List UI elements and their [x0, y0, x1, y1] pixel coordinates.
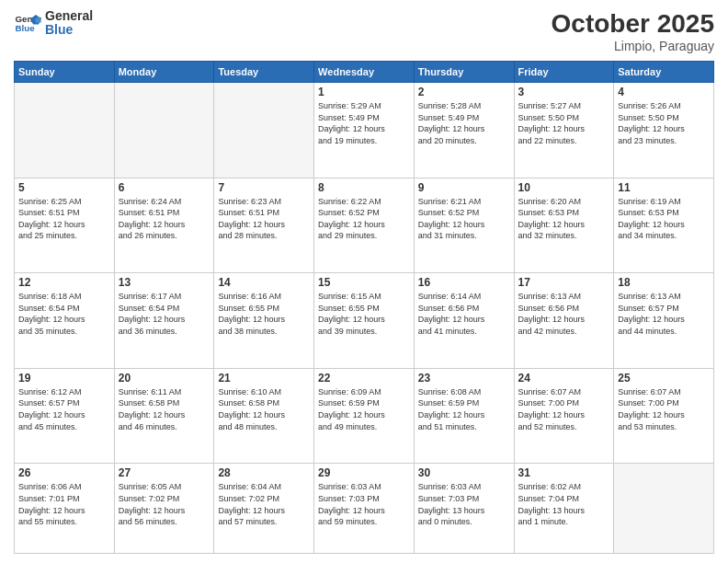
calendar-cell: 12Sunrise: 6:18 AM Sunset: 6:54 PM Dayli… — [15, 273, 115, 369]
calendar-cell: 29Sunrise: 6:03 AM Sunset: 7:03 PM Dayli… — [314, 464, 415, 554]
day-info: Sunrise: 6:20 AM Sunset: 6:53 PM Dayligh… — [518, 196, 610, 242]
calendar-cell: 7Sunrise: 6:23 AM Sunset: 6:51 PM Daylig… — [214, 178, 314, 273]
day-number: 10 — [518, 181, 610, 194]
calendar-cell: 6Sunrise: 6:24 AM Sunset: 6:51 PM Daylig… — [114, 178, 214, 273]
day-info: Sunrise: 6:05 AM Sunset: 7:02 PM Dayligh… — [119, 481, 210, 527]
day-number: 24 — [518, 372, 610, 385]
logo: General Blue General Blue — [14, 9, 93, 38]
weekday-header-row: SundayMondayTuesdayWednesdayThursdayFrid… — [15, 62, 714, 83]
day-info: Sunrise: 6:13 AM Sunset: 6:57 PM Dayligh… — [618, 291, 710, 337]
day-number: 3 — [518, 86, 610, 98]
day-number: 1 — [318, 86, 410, 98]
day-number: 4 — [618, 86, 710, 98]
day-info: Sunrise: 6:21 AM Sunset: 6:52 PM Dayligh… — [418, 196, 510, 242]
page: General Blue General Blue October 2025 L… — [0, 0, 728, 563]
day-number: 26 — [18, 466, 110, 479]
calendar-cell: 31Sunrise: 6:02 AM Sunset: 7:04 PM Dayli… — [514, 464, 614, 554]
calendar-cell: 1Sunrise: 5:29 AM Sunset: 5:49 PM Daylig… — [314, 83, 415, 178]
day-info: Sunrise: 6:04 AM Sunset: 7:02 PM Dayligh… — [218, 481, 310, 527]
day-number: 15 — [318, 276, 410, 289]
day-number: 11 — [618, 181, 710, 194]
calendar-cell: 3Sunrise: 5:27 AM Sunset: 5:50 PM Daylig… — [514, 83, 614, 178]
day-number: 6 — [119, 181, 210, 194]
day-info: Sunrise: 6:10 AM Sunset: 6:58 PM Dayligh… — [218, 386, 310, 432]
header: General Blue General Blue October 2025 L… — [14, 9, 714, 53]
day-number: 7 — [218, 181, 310, 194]
week-row-5: 26Sunrise: 6:06 AM Sunset: 7:01 PM Dayli… — [15, 464, 714, 554]
day-info: Sunrise: 6:14 AM Sunset: 6:56 PM Dayligh… — [418, 291, 510, 337]
day-number: 16 — [418, 276, 510, 289]
calendar-cell — [114, 83, 214, 178]
calendar-table: SundayMondayTuesdayWednesdayThursdayFrid… — [14, 61, 714, 554]
logo-icon: General Blue — [14, 9, 41, 37]
title-section: October 2025 Limpio, Paraguay — [552, 9, 714, 53]
day-info: Sunrise: 6:16 AM Sunset: 6:55 PM Dayligh… — [218, 291, 310, 337]
weekday-header-saturday: Saturday — [614, 62, 714, 83]
day-info: Sunrise: 6:19 AM Sunset: 6:53 PM Dayligh… — [618, 196, 710, 242]
weekday-header-thursday: Thursday — [414, 62, 514, 83]
calendar-cell: 5Sunrise: 6:25 AM Sunset: 6:51 PM Daylig… — [15, 178, 115, 273]
day-info: Sunrise: 6:17 AM Sunset: 6:54 PM Dayligh… — [119, 291, 210, 337]
day-info: Sunrise: 6:22 AM Sunset: 6:52 PM Dayligh… — [318, 196, 410, 242]
calendar-cell: 19Sunrise: 6:12 AM Sunset: 6:57 PM Dayli… — [15, 368, 115, 464]
day-number: 22 — [318, 372, 410, 385]
day-info: Sunrise: 5:28 AM Sunset: 5:49 PM Dayligh… — [418, 100, 510, 146]
calendar-cell: 13Sunrise: 6:17 AM Sunset: 6:54 PM Dayli… — [114, 273, 214, 369]
calendar-cell — [614, 464, 714, 554]
day-number: 18 — [618, 276, 710, 289]
day-info: Sunrise: 6:09 AM Sunset: 6:59 PM Dayligh… — [318, 386, 410, 432]
calendar-cell — [214, 83, 314, 178]
week-row-1: 1Sunrise: 5:29 AM Sunset: 5:49 PM Daylig… — [15, 83, 714, 178]
day-number: 8 — [318, 181, 410, 194]
weekday-header-sunday: Sunday — [15, 62, 115, 83]
logo-blue: Blue — [45, 23, 93, 37]
day-number: 20 — [119, 372, 210, 385]
calendar-cell: 23Sunrise: 6:08 AM Sunset: 6:59 PM Dayli… — [414, 368, 514, 464]
day-number: 21 — [218, 372, 310, 385]
day-number: 27 — [119, 466, 210, 479]
day-info: Sunrise: 6:11 AM Sunset: 6:58 PM Dayligh… — [119, 386, 210, 432]
day-info: Sunrise: 6:03 AM Sunset: 7:03 PM Dayligh… — [418, 481, 510, 527]
day-number: 5 — [18, 181, 110, 194]
weekday-header-monday: Monday — [114, 62, 214, 83]
day-number: 28 — [218, 466, 310, 479]
day-number: 19 — [18, 372, 110, 385]
calendar-cell: 18Sunrise: 6:13 AM Sunset: 6:57 PM Dayli… — [614, 273, 714, 369]
day-info: Sunrise: 6:25 AM Sunset: 6:51 PM Dayligh… — [18, 196, 110, 242]
calendar-cell: 2Sunrise: 5:28 AM Sunset: 5:49 PM Daylig… — [414, 83, 514, 178]
week-row-4: 19Sunrise: 6:12 AM Sunset: 6:57 PM Dayli… — [15, 368, 714, 464]
calendar-cell — [15, 83, 115, 178]
day-info: Sunrise: 5:27 AM Sunset: 5:50 PM Dayligh… — [518, 100, 610, 146]
day-number: 13 — [119, 276, 210, 289]
calendar-cell: 21Sunrise: 6:10 AM Sunset: 6:58 PM Dayli… — [214, 368, 314, 464]
day-number: 9 — [418, 181, 510, 194]
day-number: 2 — [418, 86, 510, 98]
calendar-cell: 10Sunrise: 6:20 AM Sunset: 6:53 PM Dayli… — [514, 178, 614, 273]
location: Limpio, Paraguay — [552, 39, 714, 53]
month-title: October 2025 — [552, 9, 714, 39]
calendar-cell: 26Sunrise: 6:06 AM Sunset: 7:01 PM Dayli… — [15, 464, 115, 554]
day-info: Sunrise: 6:18 AM Sunset: 6:54 PM Dayligh… — [18, 291, 110, 337]
day-info: Sunrise: 6:08 AM Sunset: 6:59 PM Dayligh… — [418, 386, 510, 432]
day-info: Sunrise: 6:23 AM Sunset: 6:51 PM Dayligh… — [218, 196, 310, 242]
day-number: 14 — [218, 276, 310, 289]
day-number: 17 — [518, 276, 610, 289]
day-number: 30 — [418, 466, 510, 479]
svg-text:Blue: Blue — [16, 23, 36, 33]
calendar-cell: 25Sunrise: 6:07 AM Sunset: 7:00 PM Dayli… — [614, 368, 714, 464]
week-row-3: 12Sunrise: 6:18 AM Sunset: 6:54 PM Dayli… — [15, 273, 714, 369]
day-number: 12 — [18, 276, 110, 289]
day-info: Sunrise: 6:03 AM Sunset: 7:03 PM Dayligh… — [318, 481, 410, 527]
day-info: Sunrise: 6:06 AM Sunset: 7:01 PM Dayligh… — [18, 481, 110, 527]
calendar-cell: 9Sunrise: 6:21 AM Sunset: 6:52 PM Daylig… — [414, 178, 514, 273]
calendar-cell: 15Sunrise: 6:15 AM Sunset: 6:55 PM Dayli… — [314, 273, 415, 369]
day-info: Sunrise: 6:15 AM Sunset: 6:55 PM Dayligh… — [318, 291, 410, 337]
calendar-cell: 22Sunrise: 6:09 AM Sunset: 6:59 PM Dayli… — [314, 368, 415, 464]
calendar-cell: 20Sunrise: 6:11 AM Sunset: 6:58 PM Dayli… — [114, 368, 214, 464]
day-number: 23 — [418, 372, 510, 385]
day-number: 25 — [618, 372, 710, 385]
weekday-header-friday: Friday — [514, 62, 614, 83]
day-info: Sunrise: 5:29 AM Sunset: 5:49 PM Dayligh… — [318, 100, 410, 146]
day-number: 29 — [318, 466, 410, 479]
day-info: Sunrise: 6:24 AM Sunset: 6:51 PM Dayligh… — [119, 196, 210, 242]
